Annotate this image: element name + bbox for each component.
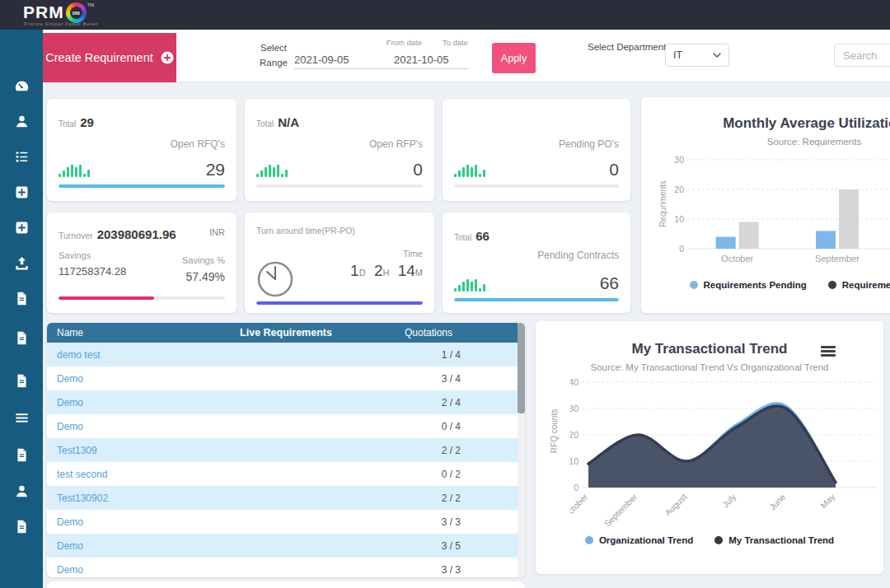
turnover-label: Turnover <box>59 231 93 240</box>
time-value: 1D 2H 14M <box>346 262 423 280</box>
chart-menu-icon[interactable] <box>821 346 836 358</box>
legend-item[interactable]: Organizational Trend <box>585 535 693 545</box>
table-row[interactable]: Demo3 / 5 <box>47 534 525 558</box>
total-value: N/A <box>278 115 299 129</box>
sidebar-item-13[interactable] <box>0 516 43 537</box>
sidebar-item-10[interactable] <box>0 407 43 428</box>
sidebar-item-4[interactable] <box>0 181 43 203</box>
savings-pct-label: Savings % <box>182 255 225 265</box>
requirement-name-link[interactable]: Demo <box>57 397 83 408</box>
app-root: PRM 360 TM Procure Simpler Faster Better… <box>0 0 890 588</box>
apply-button[interactable]: Apply <box>492 43 536 73</box>
area-chart: 010203040OctoberSeptemberAugustJulyJuneM… <box>570 376 883 532</box>
svg-text:August: August <box>663 492 689 518</box>
kpi-title: Pending Contracts <box>537 250 619 261</box>
menu-icon <box>14 410 30 426</box>
kpi-title: Open RFP's <box>369 138 423 150</box>
savings-label: Savings <box>59 250 91 260</box>
table-row[interactable]: Demo3 / 3 <box>47 558 525 577</box>
requirement-name-link[interactable]: Demo <box>57 540 83 552</box>
to-date-label: To date <box>394 38 468 47</box>
requirement-name-link[interactable]: Test130902 <box>57 492 108 504</box>
top-header: PRM 360 TM Procure Simpler Faster Better <box>0 0 890 30</box>
table-row[interactable]: demo test1 / 4 <box>47 343 525 366</box>
open-rfq-card: Total29 Open RFQ's 29 <box>47 99 237 201</box>
chart-legend: Organizational TrendMy Transactional Tre… <box>536 535 883 545</box>
sidebar-item-1[interactable] <box>0 75 43 96</box>
savings-pct-value: 57.49% <box>186 270 225 283</box>
table-scrollbar-thumb[interactable] <box>518 323 525 413</box>
table-scrollbar-track[interactable] <box>518 323 525 577</box>
upload-icon <box>14 255 30 271</box>
logo: PRM 360 TM <box>23 2 94 23</box>
turnover-value: 203980691.96 <box>97 227 176 241</box>
quotations-value: 2 / 2 <box>442 445 461 456</box>
total-label: Total <box>454 233 471 242</box>
table-row[interactable]: Demo0 / 4 <box>47 414 525 438</box>
quotations-value: 0 / 2 <box>442 469 461 480</box>
department-select[interactable]: IT <box>665 44 729 67</box>
requirement-name-link[interactable]: Demo <box>57 564 83 576</box>
create-requirement-button[interactable]: Create Requirement <box>43 33 176 82</box>
tat-title: Turn around time(PR-PO) <box>256 226 355 236</box>
mini-bar-chart-icon <box>454 278 485 292</box>
table-row[interactable]: Demo3 / 3 <box>47 510 525 534</box>
sidebar <box>0 30 43 588</box>
legend-item[interactable]: Requirements Pending <box>690 280 807 290</box>
logo-tagline: Procure Simpler Faster Better <box>24 21 98 26</box>
sidebar-item-11[interactable] <box>0 444 43 465</box>
logo-text: PRM <box>23 2 64 22</box>
search-input[interactable] <box>834 44 890 67</box>
legend-dot <box>714 536 723 544</box>
svg-text:October: October <box>721 254 753 264</box>
dashboard-icon <box>14 78 30 94</box>
chart-title: Monthly Average Utilization <box>641 115 890 132</box>
requirement-name-link[interactable]: Demo <box>57 516 83 528</box>
quotations-value: 1 / 4 <box>442 349 461 361</box>
progress-bar <box>256 184 423 188</box>
task-list-icon <box>14 149 30 165</box>
progress-bar <box>59 296 225 300</box>
legend-item[interactable]: Requirements Raised <box>828 280 890 290</box>
file-icon <box>14 330 30 346</box>
table-row[interactable]: Test1309022 / 2 <box>47 486 525 510</box>
toolbar: Create Requirement Select Range From dat… <box>43 30 890 82</box>
logo-trademark: TM <box>87 2 95 7</box>
sidebar-item-9[interactable] <box>0 370 43 391</box>
sidebar-item-8[interactable] <box>0 327 43 348</box>
name-column-header: Name <box>47 327 179 338</box>
sidebar-item-5[interactable] <box>0 217 43 238</box>
legend-dot <box>828 281 836 289</box>
clock-icon <box>256 260 294 298</box>
sidebar-item-6[interactable] <box>0 252 43 273</box>
legend-item[interactable]: My Transactional Trend <box>714 535 834 545</box>
sidebar-item-12[interactable] <box>0 480 43 502</box>
requirement-name-link[interactable]: demo test <box>57 349 101 361</box>
table-row[interactable]: Demo2 / 4 <box>47 390 525 414</box>
table-row[interactable]: Test13092 / 2 <box>47 438 525 462</box>
table-row[interactable]: test second0 / 2 <box>47 462 525 486</box>
svg-text:September: September <box>602 492 639 529</box>
svg-text:40: 40 <box>570 377 578 387</box>
svg-text:30: 30 <box>674 155 684 165</box>
file-icon <box>14 447 30 463</box>
svg-text:10: 10 <box>674 214 684 224</box>
total-value: 66 <box>475 229 490 243</box>
table-row[interactable]: Demo3 / 4 <box>47 366 525 390</box>
select-department-label: Select Department <box>588 40 666 55</box>
requirement-name-link[interactable]: test second <box>57 469 107 480</box>
sidebar-item-2[interactable] <box>0 110 43 132</box>
bar-chart: 0102030OctoberSeptemberAugust <box>671 152 890 275</box>
to-date-input[interactable] <box>394 51 468 69</box>
user-icon <box>14 114 30 129</box>
file-icon <box>14 373 30 389</box>
total-label: Total <box>256 119 274 128</box>
turnaround-time-card: Turn around time(PR-PO) Time 1D 2H 14M <box>245 212 434 313</box>
sidebar-item-7[interactable] <box>0 287 43 309</box>
requirement-name-link[interactable]: Test1309 <box>57 445 97 456</box>
requirement-name-link[interactable]: Demo <box>57 373 83 385</box>
svg-text:July: July <box>720 491 738 509</box>
sidebar-item-3[interactable] <box>0 146 43 167</box>
quotations-column-header: Quotations <box>393 327 525 338</box>
requirement-name-link[interactable]: Demo <box>57 421 83 432</box>
